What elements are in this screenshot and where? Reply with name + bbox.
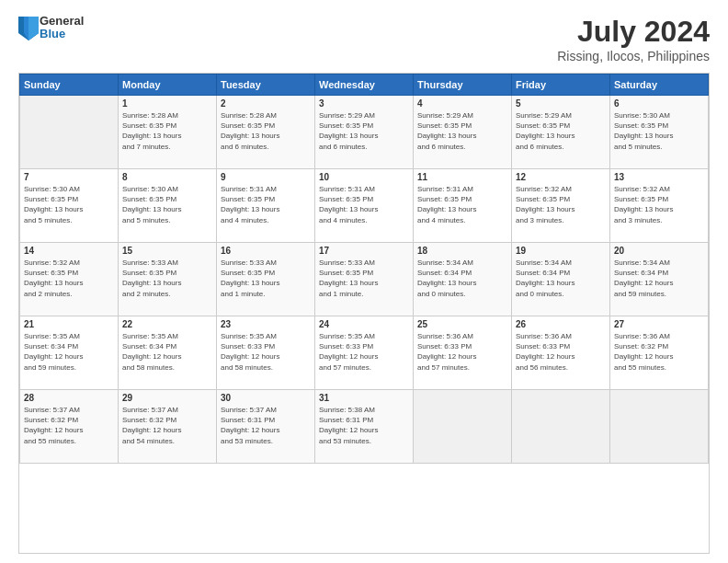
calendar-week-row: 1Sunrise: 5:28 AM Sunset: 6:35 PM Daylig… [20, 96, 709, 169]
calendar-table: SundayMondayTuesdayWednesdayThursdayFrid… [19, 74, 709, 464]
calendar-cell: 24Sunrise: 5:35 AM Sunset: 6:33 PM Dayli… [315, 316, 414, 390]
calendar-week-row: 21Sunrise: 5:35 AM Sunset: 6:34 PM Dayli… [20, 316, 709, 390]
day-info: Sunrise: 5:29 AM Sunset: 6:35 PM Dayligh… [319, 110, 409, 152]
calendar-cell [414, 390, 512, 464]
day-number: 8 [122, 172, 212, 182]
weekday-header: Saturday [610, 75, 709, 96]
day-info: Sunrise: 5:28 AM Sunset: 6:35 PM Dayligh… [122, 110, 212, 152]
calendar-cell [610, 390, 709, 464]
day-info: Sunrise: 5:37 AM Sunset: 6:32 PM Dayligh… [24, 405, 114, 446]
logo-icon [18, 17, 37, 39]
day-number: 23 [221, 319, 311, 329]
day-info: Sunrise: 5:32 AM Sunset: 6:35 PM Dayligh… [614, 184, 704, 225]
day-info: Sunrise: 5:37 AM Sunset: 6:31 PM Dayligh… [221, 405, 311, 446]
calendar-cell: 21Sunrise: 5:35 AM Sunset: 6:34 PM Dayli… [20, 316, 119, 390]
day-info: Sunrise: 5:37 AM Sunset: 6:32 PM Dayligh… [122, 405, 212, 446]
calendar-cell [512, 390, 610, 464]
calendar-cell: 13Sunrise: 5:32 AM Sunset: 6:35 PM Dayli… [610, 169, 709, 243]
day-number: 15 [122, 246, 212, 256]
day-number: 3 [319, 98, 409, 109]
calendar-cell: 5Sunrise: 5:29 AM Sunset: 6:35 PM Daylig… [512, 96, 610, 169]
day-number: 2 [221, 98, 311, 109]
day-info: Sunrise: 5:33 AM Sunset: 6:35 PM Dayligh… [122, 258, 212, 299]
day-number: 1 [122, 98, 212, 109]
day-number: 14 [24, 246, 114, 256]
weekday-row: SundayMondayTuesdayWednesdayThursdayFrid… [20, 75, 709, 96]
day-info: Sunrise: 5:36 AM Sunset: 6:33 PM Dayligh… [417, 331, 507, 373]
calendar-cell: 25Sunrise: 5:36 AM Sunset: 6:33 PM Dayli… [414, 316, 512, 390]
calendar-body: 1Sunrise: 5:28 AM Sunset: 6:35 PM Daylig… [20, 96, 709, 464]
day-number: 10 [319, 172, 409, 182]
day-info: Sunrise: 5:30 AM Sunset: 6:35 PM Dayligh… [122, 184, 212, 225]
day-number: 9 [221, 172, 311, 182]
title-block: July 2024 Rissing, Ilocos, Philippines [557, 15, 710, 63]
calendar-cell: 16Sunrise: 5:33 AM Sunset: 6:35 PM Dayli… [217, 243, 315, 316]
calendar-week-row: 7Sunrise: 5:30 AM Sunset: 6:35 PM Daylig… [20, 169, 709, 243]
day-info: Sunrise: 5:35 AM Sunset: 6:33 PM Dayligh… [221, 331, 311, 373]
logo-general: General [40, 15, 84, 28]
day-number: 5 [516, 98, 606, 109]
day-info: Sunrise: 5:32 AM Sunset: 6:35 PM Dayligh… [24, 258, 114, 299]
calendar-cell: 23Sunrise: 5:35 AM Sunset: 6:33 PM Dayli… [217, 316, 315, 390]
day-info: Sunrise: 5:29 AM Sunset: 6:35 PM Dayligh… [417, 110, 507, 152]
day-number: 30 [221, 393, 311, 403]
day-number: 16 [221, 246, 311, 256]
day-info: Sunrise: 5:34 AM Sunset: 6:34 PM Dayligh… [516, 258, 606, 299]
day-number: 27 [614, 319, 704, 329]
day-info: Sunrise: 5:35 AM Sunset: 6:33 PM Dayligh… [319, 331, 409, 373]
day-info: Sunrise: 5:28 AM Sunset: 6:35 PM Dayligh… [221, 110, 311, 152]
day-info: Sunrise: 5:38 AM Sunset: 6:31 PM Dayligh… [319, 405, 409, 446]
weekday-header: Sunday [20, 75, 119, 96]
day-info: Sunrise: 5:34 AM Sunset: 6:34 PM Dayligh… [614, 258, 704, 299]
logo: General Blue [18, 15, 84, 41]
logo-text: General Blue [40, 15, 84, 41]
day-info: Sunrise: 5:30 AM Sunset: 6:35 PM Dayligh… [614, 110, 704, 152]
day-info: Sunrise: 5:32 AM Sunset: 6:35 PM Dayligh… [516, 184, 606, 225]
day-number: 11 [417, 172, 507, 182]
weekday-header: Tuesday [217, 75, 315, 96]
calendar-week-row: 14Sunrise: 5:32 AM Sunset: 6:35 PM Dayli… [20, 243, 709, 316]
calendar-cell: 6Sunrise: 5:30 AM Sunset: 6:35 PM Daylig… [610, 96, 709, 169]
weekday-header: Friday [512, 75, 610, 96]
day-info: Sunrise: 5:30 AM Sunset: 6:35 PM Dayligh… [24, 184, 114, 225]
day-number: 17 [319, 246, 409, 256]
calendar-cell: 17Sunrise: 5:33 AM Sunset: 6:35 PM Dayli… [315, 243, 414, 316]
day-info: Sunrise: 5:31 AM Sunset: 6:35 PM Dayligh… [319, 184, 409, 225]
calendar-cell: 22Sunrise: 5:35 AM Sunset: 6:34 PM Dayli… [119, 316, 217, 390]
calendar-cell: 27Sunrise: 5:36 AM Sunset: 6:32 PM Dayli… [610, 316, 709, 390]
day-number: 22 [122, 319, 212, 329]
calendar-cell: 20Sunrise: 5:34 AM Sunset: 6:34 PM Dayli… [610, 243, 709, 316]
calendar-cell: 10Sunrise: 5:31 AM Sunset: 6:35 PM Dayli… [315, 169, 414, 243]
calendar-cell: 7Sunrise: 5:30 AM Sunset: 6:35 PM Daylig… [20, 169, 119, 243]
calendar-week-row: 28Sunrise: 5:37 AM Sunset: 6:32 PM Dayli… [20, 390, 709, 464]
page-title: July 2024 [557, 15, 710, 49]
weekday-header: Thursday [414, 75, 512, 96]
day-number: 6 [614, 98, 704, 109]
weekday-header: Wednesday [315, 75, 414, 96]
day-number: 26 [516, 319, 606, 329]
logo-blue: Blue [40, 28, 84, 40]
day-number: 31 [319, 393, 409, 403]
day-info: Sunrise: 5:36 AM Sunset: 6:32 PM Dayligh… [614, 331, 704, 373]
calendar-cell: 2Sunrise: 5:28 AM Sunset: 6:35 PM Daylig… [217, 96, 315, 169]
calendar-cell: 8Sunrise: 5:30 AM Sunset: 6:35 PM Daylig… [119, 169, 217, 243]
header: General Blue July 2024 Rissing, Ilocos, … [18, 15, 710, 63]
calendar-cell: 11Sunrise: 5:31 AM Sunset: 6:35 PM Dayli… [414, 169, 512, 243]
day-number: 13 [614, 172, 704, 182]
calendar-cell: 12Sunrise: 5:32 AM Sunset: 6:35 PM Dayli… [512, 169, 610, 243]
calendar-cell: 26Sunrise: 5:36 AM Sunset: 6:33 PM Dayli… [512, 316, 610, 390]
day-number: 18 [417, 246, 507, 256]
day-info: Sunrise: 5:34 AM Sunset: 6:34 PM Dayligh… [417, 258, 507, 299]
day-info: Sunrise: 5:33 AM Sunset: 6:35 PM Dayligh… [221, 258, 311, 299]
day-info: Sunrise: 5:31 AM Sunset: 6:35 PM Dayligh… [417, 184, 507, 225]
page-subtitle: Rissing, Ilocos, Philippines [557, 49, 710, 63]
day-number: 19 [516, 246, 606, 256]
svg-marker-2 [28, 17, 39, 40]
day-info: Sunrise: 5:33 AM Sunset: 6:35 PM Dayligh… [319, 258, 409, 299]
day-number: 4 [417, 98, 507, 109]
calendar-cell: 4Sunrise: 5:29 AM Sunset: 6:35 PM Daylig… [414, 96, 512, 169]
day-number: 12 [516, 172, 606, 182]
day-number: 25 [417, 319, 507, 329]
calendar-cell: 18Sunrise: 5:34 AM Sunset: 6:34 PM Dayli… [414, 243, 512, 316]
calendar-header: SundayMondayTuesdayWednesdayThursdayFrid… [20, 75, 709, 96]
